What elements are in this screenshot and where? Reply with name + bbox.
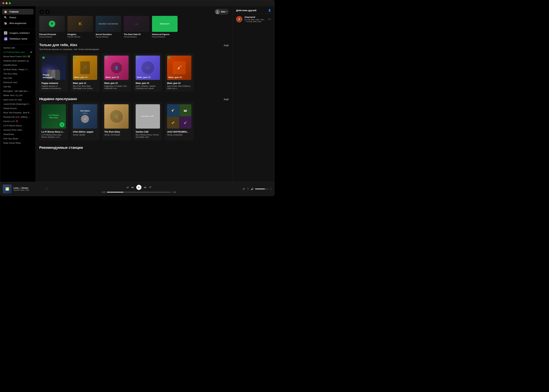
personal-section-subtitle: Чем больше музыки ты слушаешь, тем точне… (39, 48, 229, 50)
mix-sub-1: Wun Two, Boris Way, Skinshape и не тольк… (73, 85, 97, 90)
mix-title-3: Микс дня #3 (136, 82, 160, 84)
playlist-item[interactable]: Rock This Presents...Best R... (1, 111, 34, 115)
player-center: ⇄ ⏮ ⏸ ⏭ ↺ 0:29 1:33 (48, 185, 230, 193)
mix-title-4: Микс дня #4 (167, 82, 191, 84)
sidebar-nav: 🏠 Главная 🔍 Поиск 📚 Моя медиатека (0, 7, 35, 29)
pause-button[interactable]: ⏸ (136, 185, 141, 190)
playlist-item[interactable]: Soft 50s (1, 84, 34, 89)
recent-card-chet[interactable]: Chet Atkins РАДИО 🎸 Chet Atkins: радио А… (71, 102, 99, 140)
mix-sub-4: Sam Cohen, Mac DeMarco, Allah-Las и ... (167, 85, 191, 90)
podcast-card-dark[interactable]: ··· The Dark Side Of Parcast Network (124, 16, 149, 38)
recent-card-rum[interactable]: 🌴 The Rum Diary Автор: Joe Busam (102, 102, 131, 140)
library-icon: 📚 (4, 22, 7, 25)
playlist-item[interactable]: Electronic Jazz (1, 80, 34, 84)
recent-more-button[interactable]: ЕЩЁ (224, 98, 229, 101)
minimize-button[interactable] (6, 2, 7, 4)
sidebar-item-home[interactable]: 🏠 Главная (2, 9, 34, 14)
podcast-img-kingpins: K (67, 16, 93, 32)
playlist-item[interactable]: Summer Rock Vibes (1, 128, 34, 132)
podcasts-row: P Parcast Presents Parcast Network K Kin… (39, 16, 229, 38)
mix-card-1[interactable]: 🎵 Микс дня #1 ♫ Микс дня #1 Wun Two, Bor… (71, 53, 99, 92)
player-track-artist: Damien Sebe, CHG (14, 189, 42, 191)
queue-icon[interactable]: ☰ (243, 188, 245, 190)
mix-img-3: 🎶 Микс дня #3 ♫ (136, 56, 160, 80)
progress-bar[interactable] (107, 192, 171, 192)
friend-item-shayrayval[interactable]: S shayrayval la di die (feat. jxdn) • Ne… (233, 14, 274, 25)
stations-section-header: Рекомендуемые станции (39, 146, 229, 150)
recent-row: Lo-Fi BossaNova Jazz ⏸ Lo-Fi Bossa Nova … (39, 102, 229, 140)
liked-songs-button[interactable]: ♥ Любимые треки (2, 36, 34, 42)
mix-card-2[interactable]: 👤 Микс дня #2 ♫ Микс дня #2 Degiheugi, D… (102, 53, 131, 92)
recent-title-samba: Samba Café (136, 131, 160, 133)
sidebar-library-label: Моя медиатека (9, 22, 26, 25)
playlist-item[interactable]: Up Beat Study / Happy / J... (1, 67, 34, 72)
playlist-item[interactable]: Winter Term '21 LoFi (1, 93, 34, 98)
mix-card-4[interactable]: 🎸 Микс дня #4 ♫ Микс дня #4 Sam Cohen, M… (165, 53, 194, 92)
progress-area: 0:29 1:33 (100, 191, 177, 193)
sidebar: 🏠 Главная 🔍 Поиск 📚 Моя медиатека + Созд… (0, 6, 35, 182)
player-right: ☰ 📱 🔊 ⛶ (230, 188, 272, 190)
playlist-item[interactable]: Lo-Fi Bossa Nova Jazz... 🔊 (1, 50, 34, 54)
friends-panel-title: Действия друзей (236, 9, 256, 12)
fullscreen-icon[interactable]: ⛶ (269, 188, 272, 190)
playlist-item[interactable]: French Lo-Fi 🌹 (1, 119, 34, 123)
podcast-card-parcast[interactable]: P Parcast Presents Parcast Network (39, 16, 65, 38)
playlist-item[interactable]: Laced Drinks (Espionage S... (1, 102, 34, 106)
podcast-card-kingpins[interactable]: K Kingpins Parcast Network (67, 16, 93, 38)
volume-bar[interactable] (255, 189, 268, 189)
podcast-sub: Parcast Network (152, 36, 178, 38)
playlist-item[interactable]: Global Groove (1, 106, 34, 111)
playlist-item[interactable]: The Rum Diary (1, 72, 34, 76)
playing-icon: 🔊 (30, 51, 32, 53)
user-area: Alex ▾ (215, 9, 229, 14)
podcast-card-historical[interactable]: PARCAST Historical Figures Parcast Netwo… (152, 16, 178, 38)
user-menu-button[interactable]: Alex ▾ (215, 9, 229, 14)
personal-more-button[interactable]: ЕЩЁ (224, 44, 229, 47)
playlist-item[interactable]: windows down speakers up (1, 59, 34, 63)
play-overlay[interactable]: ⏸ (59, 122, 64, 127)
recent-img-jazz: 🎷 🎹 🎺 🎻 (167, 104, 191, 129)
recent-img-chet: Chet Atkins РАДИО 🎸 (73, 104, 97, 129)
playlist-item[interactable]: Russian lofi | lo-fi, chillhop, ... (1, 115, 34, 119)
devices-icon[interactable]: 📱 (246, 188, 249, 190)
playlist-item[interactable]: Samba Café (1, 46, 34, 50)
playlist-item[interactable]: Chill Jazz Beats (1, 136, 34, 141)
recent-title-jazz: JAZZ INSTRUMEN... (167, 131, 191, 133)
user-name-label: Alex (221, 10, 225, 13)
playlist-item[interactable]: ShakShuka (1, 132, 34, 136)
fullscreen-button[interactable] (9, 2, 11, 4)
recent-card-samba[interactable]: Samba Café Samba Café Mix of Bossa Nova,… (134, 102, 162, 140)
playlist-item[interactable]: Indie/Brit Rock (1, 63, 34, 67)
mix-card-radar[interactable]: Радарновинок ♫ Радар новинок Свежая музы… (39, 53, 68, 92)
sidebar-item-search[interactable]: 🔍 Поиск (2, 14, 34, 20)
playlist-item[interactable]: LO-FI Electo Dance (1, 123, 34, 128)
mix-sub-3: wūsh, Idealism, Jaeden Camstra и не толь… (136, 85, 160, 90)
like-button[interactable]: ♡ (45, 187, 48, 190)
playlist-item[interactable]: Bossa Nova Covers 2021 🌿 (1, 54, 34, 59)
playlist-item[interactable]: Moonglow - late night jazz ... (1, 89, 34, 93)
volume-icon[interactable]: 🔊 (251, 188, 253, 190)
close-button[interactable] (2, 2, 4, 4)
shuffle-button[interactable]: ⇄ (127, 186, 129, 189)
forward-button[interactable]: › (45, 9, 50, 14)
friend-avatar-shayrayval: S (236, 16, 242, 22)
mix-img-1: 🎵 Микс дня #1 ♫ (73, 56, 97, 80)
playlist-item[interactable]: quiet music for road (1, 98, 34, 102)
back-button[interactable]: ‹ (39, 9, 44, 14)
repeat-button[interactable]: ↺ (149, 186, 151, 189)
prev-button[interactable]: ⏮ (131, 186, 134, 189)
search-icon: 🔍 (4, 16, 7, 19)
recent-card-bossa[interactable]: Lo-Fi BossaNova Jazz ⏸ Lo-Fi Bossa Nova … (39, 102, 68, 140)
podcast-card-secret[interactable]: SECRET SOCIETIES Secret Societies Parcas… (96, 16, 121, 38)
podcast-title: The Dark Side Of (124, 33, 149, 35)
player-track-name: Love... I Guess (14, 187, 42, 189)
mix-card-3[interactable]: 🎶 Микс дня #3 ♫ Микс дня #3 wūsh, Ideali… (134, 53, 162, 92)
sidebar-search-label: Поиск (9, 16, 16, 19)
next-button[interactable]: ⏭ (144, 186, 147, 189)
playlist-item[interactable]: Surf Chill (1, 76, 34, 80)
personal-section-title: Только для тебя, Alex (39, 43, 77, 47)
recent-card-jazz[interactable]: 🎷 🎹 🎺 🎻 JAZZ INSTRUMEN... Автор: prueba3… (165, 102, 194, 140)
sidebar-item-library[interactable]: 📚 Моя медиатека (2, 20, 34, 26)
playlist-item[interactable]: Deep House Relax (1, 141, 34, 145)
create-playlist-button[interactable]: + Создать плейлист (2, 30, 34, 36)
